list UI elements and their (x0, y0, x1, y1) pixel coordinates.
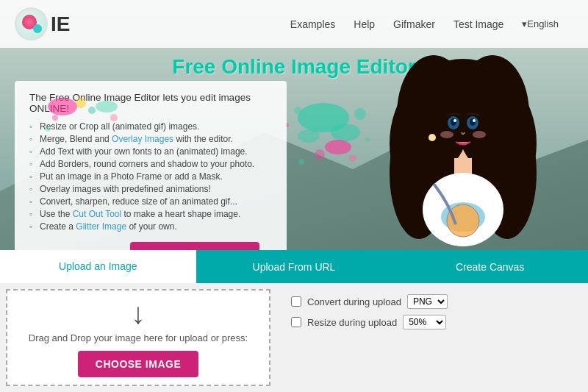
svg-point-7 (349, 154, 356, 162)
feature-item: Put an image in a Photo Frame or add a M… (29, 171, 272, 182)
choose-image-button[interactable]: CHOOSE IMAGE (78, 351, 198, 377)
hero-description: The Free Online Image Editor lets you ed… (29, 92, 272, 114)
glitter-link[interactable]: Glitter Image (76, 221, 126, 232)
upload-options: Convert during upload PNG JPG GIF Resize… (276, 283, 462, 392)
nav-help[interactable]: Help (354, 18, 375, 30)
feature-item: Overlay images with predefined animation… (29, 184, 272, 194)
svg-point-6 (315, 149, 325, 160)
upload-drop-zone[interactable]: ↓ Drag and Drop your image here for uplo… (6, 289, 270, 386)
nav-test-image[interactable]: Test Image (453, 18, 503, 30)
svg-point-5 (325, 140, 351, 154)
svg-point-28 (473, 119, 476, 122)
cut-out-link[interactable]: Cut Out Tool (73, 209, 121, 219)
convert-label: Convert during upload (307, 296, 401, 307)
feature-item: Create a Glitter Image of your own. (29, 221, 272, 232)
resize-value-select[interactable]: 50% 25% 75% 100% (403, 315, 446, 329)
logo-area[interactable]: IE (15, 7, 70, 40)
tab-upload-image[interactable]: Upload an Image (0, 250, 196, 283)
convert-checkbox[interactable] (291, 296, 301, 307)
feature-item: Add Borders, round corners and shadow to… (29, 159, 272, 169)
svg-point-1 (331, 124, 360, 141)
feature-list: Resize or Crop all (animated gif) images… (29, 121, 272, 232)
svg-point-27 (453, 119, 456, 122)
nav-gifmaker[interactable]: Gifmaker (393, 18, 435, 30)
drop-arrow-icon: ↓ (131, 299, 146, 328)
anime-girl-illustration (360, 55, 566, 254)
header: IE Examples Help Gifmaker Test Image ▾En… (0, 0, 588, 48)
upload-area-container: ↓ Drag and Drop your image here for uplo… (0, 283, 588, 392)
convert-format-select[interactable]: PNG JPG GIF (407, 294, 448, 309)
svg-point-29 (440, 131, 453, 138)
tab-upload-url[interactable]: Upload From URL (196, 250, 392, 283)
logo-icon (15, 7, 48, 40)
tabs-section: Upload an Image Upload From URL Create C… (0, 250, 588, 283)
svg-point-17 (437, 81, 489, 110)
feature-item: Add Text with your own fonts to an (anim… (29, 146, 272, 157)
feature-item: Merge, Blend and Overlay Images with the… (29, 134, 272, 144)
convert-option-row: Convert during upload PNG JPG GIF (291, 294, 448, 309)
resize-option-row: Resize during upload 50% 25% 75% 100% (291, 315, 448, 329)
svg-point-8 (298, 159, 304, 165)
tab-create-canvas[interactable]: Create Canvas (392, 250, 588, 283)
language-selector[interactable]: ▾English (522, 18, 559, 29)
hero-section: The Free Online Image Editor lets you ed… (0, 48, 588, 250)
feature-item: Use the Cut Out Tool to make a heart sha… (29, 209, 272, 219)
resize-checkbox[interactable] (291, 317, 301, 327)
svg-point-30 (473, 131, 486, 138)
logo-text: IE (51, 13, 70, 36)
svg-point-4 (294, 107, 301, 114)
nav-links: Examples Help Gifmaker Test Image ▾Engli… (290, 18, 559, 30)
feature-item: Resize or Crop all (animated gif) images… (29, 121, 272, 132)
tabs-row: Upload an Image Upload From URL Create C… (0, 250, 588, 283)
drop-text: Drag and Drop your image here for upload… (29, 332, 248, 343)
resize-label: Resize during upload (307, 317, 397, 328)
svg-point-2 (298, 129, 320, 143)
overlay-link[interactable]: Overlay Images (112, 134, 173, 144)
nav-examples[interactable]: Examples (290, 18, 335, 30)
feature-item: Convert, sharpen, reduce size of an anim… (29, 196, 272, 207)
svg-point-31 (429, 134, 436, 141)
